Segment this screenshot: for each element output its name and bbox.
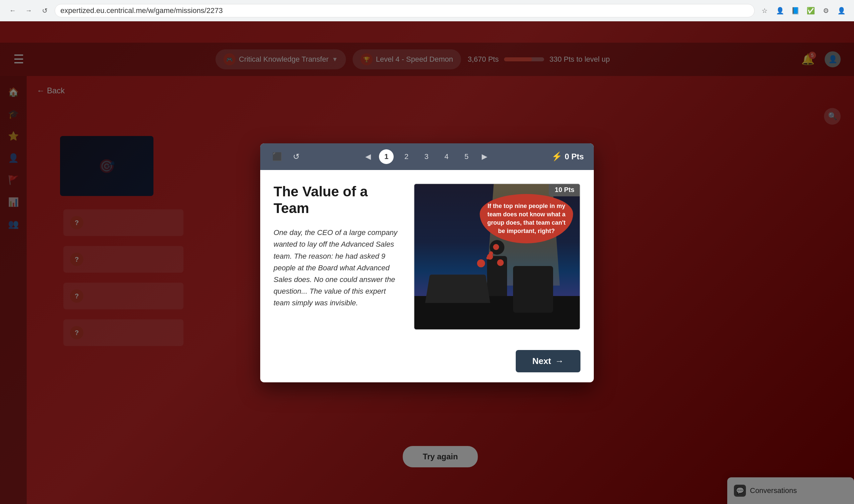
star-btn[interactable]: ☆ — [759, 5, 771, 17]
red-dot-1 — [477, 259, 485, 267]
browser-forward-btn[interactable]: → — [23, 5, 35, 17]
thought-bubble: If the top nine people in my team does n… — [480, 194, 573, 244]
next-page-nav-btn[interactable]: ▶ — [479, 150, 490, 164]
modal-points-label: 0 Pts — [565, 152, 584, 161]
slide-title: The Value of a Team — [274, 183, 400, 217]
browser-icons: ☆ 👤 📘 ✅ ⚙ 👤 — [759, 5, 847, 17]
illustration: If the top nine people in my team does n… — [414, 184, 580, 329]
laptop-shape — [425, 274, 490, 303]
slide-body: One day, the CEO of a large company want… — [274, 227, 400, 309]
image-panel: 10 Pts — [414, 183, 580, 330]
browser-bar: ← → ↺ expertized.eu.centrical.me/w/game/… — [0, 0, 854, 21]
ext-1[interactable]: 👤 — [774, 5, 786, 17]
chair-shape — [513, 266, 553, 313]
next-button[interactable]: Next → — [516, 350, 580, 372]
ext-profile[interactable]: 👤 — [835, 5, 847, 17]
reset-btn[interactable]: ↺ — [291, 150, 301, 163]
page-5-btn[interactable]: 5 — [459, 149, 474, 164]
table-surface — [414, 296, 580, 329]
browser-reload-btn[interactable]: ↺ — [39, 5, 51, 17]
ext-3[interactable]: ✅ — [805, 5, 817, 17]
next-label: Next — [533, 356, 551, 366]
ext-2[interactable]: 📘 — [789, 5, 801, 17]
app-background: ☰ 🎮 Critical Knowledge Transfer ▼ 🏆 Leve… — [0, 21, 854, 504]
ext-settings[interactable]: ⚙ — [820, 5, 832, 17]
prev-page-btn[interactable]: ◀ — [363, 150, 373, 164]
lightning-icon: ⚡ — [552, 151, 562, 162]
scene-background: If the top nine people in my team does n… — [414, 184, 580, 329]
pts-badge: 10 Pts — [549, 183, 580, 196]
address-bar[interactable]: expertized.eu.centrical.me/w/game/missio… — [55, 4, 754, 17]
page-2-btn[interactable]: 2 — [399, 149, 414, 164]
modal-footer: Next → — [260, 343, 594, 382]
exit-btn[interactable]: ⬛ — [270, 150, 284, 163]
page-1-btn[interactable]: 1 — [379, 149, 394, 164]
modal-toolbar: ⬛ ↺ ◀ 1 2 3 4 5 ▶ ⚡ 0 Pts — [260, 143, 594, 170]
modal-body: The Value of a Team One day, the CEO of … — [260, 170, 594, 343]
pagination: ◀ 1 2 3 4 5 ▶ — [308, 149, 545, 164]
modal-dialog: ⬛ ↺ ◀ 1 2 3 4 5 ▶ ⚡ 0 Pts — [260, 143, 594, 382]
modal-points: ⚡ 0 Pts — [552, 151, 584, 162]
browser-back-btn[interactable]: ← — [7, 5, 19, 17]
page-3-btn[interactable]: 3 — [419, 149, 434, 164]
page-4-btn[interactable]: 4 — [439, 149, 454, 164]
next-arrow-icon: → — [555, 356, 564, 366]
modal-overlay: ⬛ ↺ ◀ 1 2 3 4 5 ▶ ⚡ 0 Pts — [0, 21, 854, 504]
url-text: expertized.eu.centrical.me/w/game/missio… — [60, 6, 223, 15]
text-panel: The Value of a Team One day, the CEO of … — [274, 183, 400, 330]
bubble-text: If the top nine people in my team does n… — [480, 194, 573, 244]
